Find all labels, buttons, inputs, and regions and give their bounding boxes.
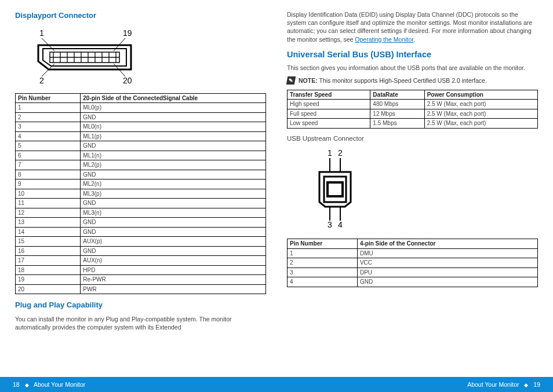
svg-text:1: 1	[328, 149, 332, 157]
svg-rect-29	[328, 182, 343, 196]
table-row: Full speed12 Mbps2.5 W (Max, each port)	[288, 109, 538, 119]
table-row: 13GND	[16, 218, 266, 228]
footer-left: 18 ◆ About Your Monitor	[13, 381, 85, 388]
table-row: 10ML3(p)	[16, 189, 266, 199]
note-icon: ✎	[286, 76, 296, 85]
svg-text:2: 2	[39, 76, 44, 85]
footer-bar: 18 ◆ About Your Monitor About Your Monit…	[0, 377, 553, 392]
heading-usb: Universal Serial Bus (USB) Interface	[287, 49, 538, 61]
page-left: Displayport Connector 1 19 2 20	[0, 0, 276, 371]
usb-speed-table: Transfer Speed DataRate Power Consumptio…	[287, 90, 538, 129]
table-row: 8GND	[16, 170, 266, 179]
svg-text:19: 19	[123, 28, 132, 38]
svg-text:2: 2	[338, 149, 343, 157]
table-row: 5GND	[16, 141, 266, 151]
table-row: 20PWR	[16, 284, 266, 294]
operating-monitor-link[interactable]: Operating the Monitor	[355, 36, 413, 43]
table-row: 6ML1(n)	[16, 151, 266, 160]
displayport-pin-rows: 1ML0(p)2GND3ML0(n)4ML1(p)5GND6ML1(n)7ML2…	[16, 103, 266, 294]
table-row: 17AUX(n)	[16, 256, 266, 266]
page-right: Display Identification Data (EDID) using…	[276, 0, 553, 371]
table-row: 4ML1(p)	[16, 131, 266, 141]
table-row: 3DPU	[288, 268, 538, 277]
svg-text:4: 4	[338, 220, 343, 229]
displayport-pin-table: Pin Number 20-pin Side of the ConnectedS…	[15, 93, 266, 295]
usb-speed-rows: High speed480 Mbps2.5 W (Max, each port)…	[288, 100, 538, 129]
heading-pnp: Plug and Play Capability	[15, 300, 266, 310]
pnp-text: You can install the monitor in any Plug …	[15, 315, 266, 331]
footer-right: About Your Monitor ◆ 19	[467, 381, 540, 388]
usb-connector-rows: 1DMU2VCC3DPU4GND	[288, 248, 538, 287]
displayport-diagram: 1 19 2 20	[21, 28, 148, 86]
table-row: 2VCC	[288, 258, 538, 268]
upstream-label: USB Upstream Connector	[287, 134, 538, 144]
table-row: 11GND	[16, 199, 266, 208]
table-row: 3ML0(n)	[16, 122, 266, 132]
usb-note: ✎ NOTE: This monitor supports High-Speed…	[287, 76, 538, 85]
table-row: 1ML0(p)	[16, 103, 266, 113]
edid-text: Display Identification Data (EDID) using…	[287, 10, 538, 43]
table-row: Low speed1.5 Mbps2.5 W (Max, each port)	[288, 119, 538, 129]
table-row: 12ML3(n)	[16, 208, 266, 218]
table-row: High speed480 Mbps2.5 W (Max, each port)	[288, 100, 538, 109]
table-row: 1DMU	[288, 248, 538, 258]
usb-upstream-diagram: 1 2 3 4	[304, 149, 368, 230]
usb-intro: This section gives you information about…	[287, 64, 538, 72]
table-row: 7ML2(p)	[16, 160, 266, 170]
svg-text:1: 1	[39, 28, 44, 38]
table-row: 15AUX(p)	[16, 237, 266, 247]
table-row: 9ML2(n)	[16, 179, 266, 189]
table-row: 16GND	[16, 246, 266, 256]
svg-text:20: 20	[123, 76, 132, 85]
usb-connector-table: Pin Number 4-pin Side of the Connector 1…	[287, 239, 538, 287]
table-row: 14GND	[16, 227, 266, 237]
table-row: 19Re-PWR	[16, 275, 266, 285]
svg-text:3: 3	[328, 220, 332, 229]
heading-displayport: Displayport Connector	[15, 10, 266, 21]
table-row: 18HPD	[16, 265, 266, 275]
table-row: 2GND	[16, 112, 266, 122]
table-row: 4GND	[288, 277, 538, 287]
